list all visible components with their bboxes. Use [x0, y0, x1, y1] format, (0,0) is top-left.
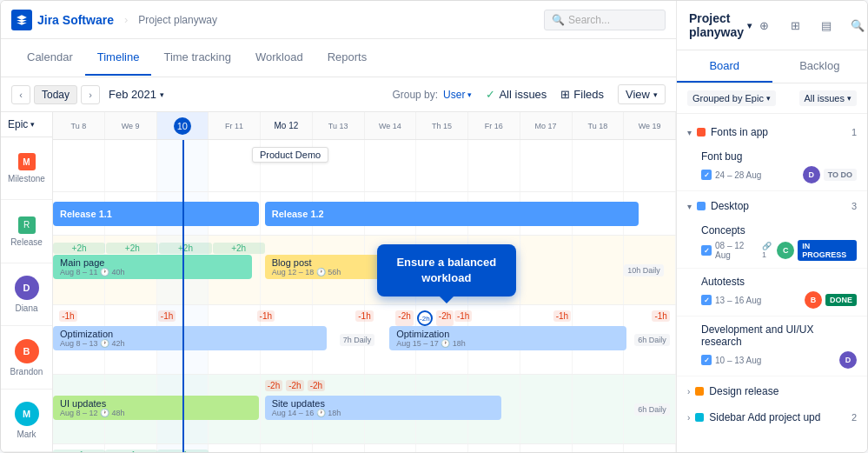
add-button[interactable]: ⊕ [752, 13, 776, 37]
group-by-value[interactable]: User ▾ [443, 89, 472, 101]
epic-desktop-header[interactable]: ▾ Desktop 3 [677, 195, 867, 217]
columns-icon[interactable]: ⊞ [783, 13, 807, 37]
project-name[interactable]: Project planyway ▾ [689, 11, 752, 39]
story-dev-research[interactable]: Development and UI/UX research ✓ 10 – 13… [677, 316, 867, 376]
top-search[interactable]: 🔍 Search... [544, 10, 666, 30]
brandon-avatar: B [15, 339, 39, 363]
tab-reports[interactable]: Reports [315, 40, 380, 76]
timeline-grid: Tu 8 We 9 10 Fr 11 Mo 12 Tu 13 [53, 112, 676, 452]
timeline-content: Epic ▾ M Milestone R Release D Diana [1, 112, 676, 452]
diana-name: Diana [15, 303, 37, 313]
date-col-19: We 19 [624, 112, 676, 139]
tab-time-tracking[interactable]: Time tracking [151, 40, 243, 76]
epic-toggle-icon: ▾ [687, 202, 692, 211]
optimization-bar-2[interactable]: Optimization Aug 15 – 17 🕐 18h [389, 326, 626, 350]
all-issues-filter[interactable]: ✓ All issues [486, 88, 547, 101]
brandon-grid-row: -1h -1h -1h -1h -1h -1h -1h Optimization [53, 305, 676, 375]
search-placeholder: Search... [568, 14, 610, 26]
daily-indicator-diana: 10h Daily [624, 264, 664, 276]
fields-filter[interactable]: ⊞ Fileds [560, 88, 604, 101]
chevron-down-icon: ▾ [467, 90, 472, 99]
diana-avatar: D [15, 276, 39, 300]
story-avatar: B [805, 291, 822, 309]
view-button[interactable]: View ▾ [618, 84, 666, 104]
epic-sidebar-header[interactable]: › Sidebar Add project upd 2 [677, 406, 867, 429]
epic-desktop: ▾ Desktop 3 Concepts ✓ 08 – 12 Aug 🔗 1 [677, 195, 867, 376]
right-panel-header: Project planyway ▾ ⊕ ⊞ ▤ 🔍 [677, 1, 867, 50]
row-bg [53, 140, 676, 191]
check-icon: ✓ [486, 88, 495, 101]
app-title: Jira Software [37, 13, 114, 27]
optimization-bar-1[interactable]: Optimization Aug 8 – 13 🕐 42h [53, 326, 327, 350]
release-1-1-bar[interactable]: Release 1.1 [53, 202, 259, 226]
daily-indicator-mark-2: 6h Daily [634, 403, 670, 416]
tab-board[interactable]: Board [677, 50, 772, 83]
search-panel-icon[interactable]: 🔍 [845, 13, 868, 37]
grid-rows: Product Demo [53, 140, 676, 452]
story-autotests[interactable]: Autotests ✓ 13 – 16 Aug B DONE [677, 269, 867, 316]
tab-calendar[interactable]: Calendar [15, 40, 85, 76]
prev-arrow[interactable]: ‹ [11, 85, 30, 104]
today-button[interactable]: Today [34, 85, 77, 104]
time-indicator-4: +2h [213, 243, 265, 254]
daily-indicator-brandon-2: 6h Daily [634, 334, 670, 346]
story-type-icon: ✓ [701, 245, 712, 256]
epic-header[interactable]: Epic ▾ [1, 112, 52, 137]
time-indicator-2: +2h [106, 243, 158, 254]
mark-avatar: M [15, 402, 39, 426]
story-font-bug[interactable]: Font bug ✓ 24 – 28 Aug D TO DO [677, 143, 867, 191]
release-1-2-bar[interactable]: Release 1.2 [265, 202, 639, 226]
mark-name: Mark [17, 430, 36, 439]
status-badge: TO DO [824, 169, 857, 181]
story-dates: ✓ 24 – 28 Aug [701, 170, 761, 180]
story-type-icon: ✓ [701, 170, 712, 180]
milestone-icon: M [18, 153, 36, 170]
epic-color [695, 387, 704, 396]
tab-timeline[interactable]: Timeline [85, 40, 152, 76]
plus-time-1: +1 [53, 450, 105, 452]
story-meta: ✓ 24 – 28 Aug D TO DO [701, 166, 857, 183]
sub-nav: Calendar Timeline Time tracking Workload… [1, 39, 676, 77]
tab-workload[interactable]: Workload [243, 40, 315, 76]
plus-time-2: +1 [105, 450, 157, 452]
epic-fonts-header[interactable]: ▾ Fonts in app 1 [677, 121, 867, 143]
milestone-row[interactable]: M Milestone [1, 137, 52, 201]
next-arrow[interactable]: › [81, 85, 100, 104]
date-col-12: Mo 12 [261, 112, 313, 139]
product-demo-tag[interactable]: Product Demo [252, 147, 328, 163]
story-meta: ✓ 10 – 13 Aug D [701, 351, 857, 369]
date-col-15: Th 15 [416, 112, 468, 139]
search-icon: 🔍 [552, 14, 565, 26]
project-breadcrumb: Project planyway [138, 14, 217, 26]
neg-time-5: -1h [454, 310, 472, 322]
all-issues-panel-filter[interactable]: All issues ▾ [799, 90, 857, 106]
month-label: Feb 2021 [109, 88, 156, 101]
release-row[interactable]: R Release [1, 200, 52, 263]
story-meta: ✓ 13 – 16 Aug B DONE [701, 291, 857, 309]
group-by-control: Group by: User ▾ [392, 89, 472, 101]
site-updates-bar[interactable]: Site updates Aug 14 – 16 🕐 18h [265, 396, 501, 420]
chevron-down-icon: ▾ [847, 94, 851, 103]
main-page-bar[interactable]: Main page Aug 8 – 11 🕐 40h [53, 255, 252, 279]
layout-icon[interactable]: ▤ [814, 13, 838, 37]
ui-updates-bar[interactable]: UI updates Aug 8 – 12 🕐 48h [53, 396, 259, 420]
timeline-toolbar: ‹ Today › Feb 2021 ▾ Group by: User ▾ ✓ [1, 77, 676, 112]
story-concepts[interactable]: Concepts ✓ 08 – 12 Aug 🔗 1 C IN PROGRESS [677, 217, 867, 269]
grouped-by-epic-filter[interactable]: Grouped by Epic ▾ [687, 90, 776, 106]
epic-title: Sidebar Add project upd [709, 411, 846, 423]
panel-filters: Grouped by Epic ▾ All issues ▾ [677, 83, 867, 114]
today-circle-indicator: -2h [417, 310, 433, 326]
jira-logo[interactable]: Jira Software [11, 10, 114, 30]
epic-toggle-icon: › [687, 413, 690, 423]
month-selector[interactable]: Feb 2021 ▾ [109, 88, 164, 101]
tab-backlog[interactable]: Backlog [772, 50, 868, 83]
date-col-14: We 14 [365, 112, 417, 139]
epic-color [697, 128, 706, 137]
epic-dropdown[interactable]: Epic ▾ [8, 118, 35, 130]
epic-count: 2 [851, 412, 857, 423]
group-by-label: Group by: [392, 89, 438, 101]
epic-design-release-header[interactable]: › Design release [677, 380, 867, 403]
chevron-down-icon: ▾ [160, 90, 164, 99]
fields-icon: ⊞ [560, 88, 570, 101]
user-diana-row: D Diana [1, 263, 52, 326]
